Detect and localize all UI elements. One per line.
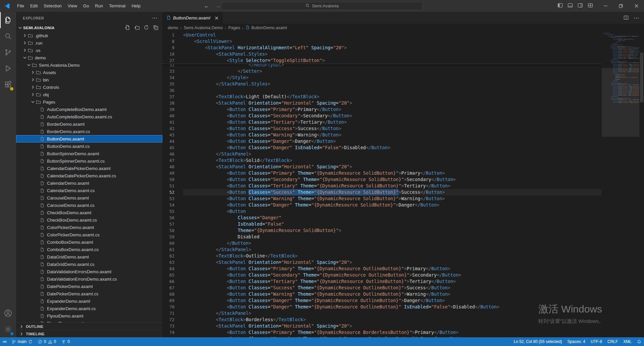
toggle-sidebar-icon[interactable] bbox=[557, 3, 563, 9]
code-line-62[interactable]: 62 <TextBlock>Outline</TextBlock> bbox=[162, 253, 602, 259]
forward-arrow-icon[interactable]: → bbox=[215, 3, 221, 9]
tree-item-obj[interactable]: obj bbox=[16, 91, 162, 98]
refresh-icon[interactable] bbox=[144, 25, 149, 31]
tree-item-AutoCompleteBoxDemo.axaml.cs[interactable]: AutoCompleteBoxDemo.axaml.cs bbox=[16, 113, 162, 120]
tree-item-ColorPickerDemo.axaml[interactable]: ColorPickerDemo.axaml bbox=[16, 224, 162, 231]
code-line-37[interactable]: 37 <TextBlock>Light (Default)</TextBlock… bbox=[162, 94, 602, 100]
code-line-73[interactable]: 73 <StackPanel Orientation="Horizontal" … bbox=[162, 323, 602, 329]
sticky-line-1[interactable]: 1<UserControl bbox=[162, 32, 602, 38]
sticky-line-27[interactable]: 27 <Style Selector="ToggleSplitButton"> bbox=[162, 57, 602, 64]
code-line-70[interactable]: 70 <Button Classes="Danger" Theme="{Dyna… bbox=[162, 304, 602, 310]
extensions-activity-icon[interactable] bbox=[0, 76, 16, 93]
code-line-45[interactable]: 45 <Button Classes="Danger" IsEnabled="F… bbox=[162, 145, 602, 151]
tree-item-CarouselDemo.axaml[interactable]: CarouselDemo.axaml bbox=[16, 194, 162, 201]
branch-indicator[interactable]: main bbox=[9, 337, 35, 346]
run-debug-activity-icon[interactable] bbox=[0, 60, 16, 76]
code-line-55[interactable]: 55 <Button bbox=[162, 208, 602, 215]
breadcrumb[interactable]: demo›Semi.Avalonia.Demo›Pages›ButtonDemo… bbox=[162, 24, 644, 32]
code-line-42[interactable]: 42 <Button Classes="Success">Success</Bu… bbox=[162, 125, 602, 132]
minimize-button[interactable] bbox=[598, 0, 613, 12]
code-line-38[interactable]: 38 <StackPanel Orientation="Horizontal" … bbox=[162, 100, 602, 106]
ports-indicator[interactable]: 0 bbox=[59, 337, 72, 346]
tree-item-ComboBoxDemo.axaml.cs[interactable]: ComboBoxDemo.axaml.cs bbox=[16, 246, 162, 253]
back-arrow-icon[interactable]: ← bbox=[204, 3, 209, 9]
tree-item-Semi.Avalonia.Demo[interactable]: Semi.Avalonia.Demo bbox=[16, 61, 162, 69]
toggle-panel-icon[interactable] bbox=[568, 3, 573, 9]
tree-item-.run[interactable]: .run bbox=[16, 39, 162, 47]
code-line-34[interactable]: 34 </Style> bbox=[162, 74, 602, 81]
code-line-59[interactable]: 59 Disabled bbox=[162, 234, 602, 240]
code-line-66[interactable]: 66 <Button Classes="Tertiary" Theme="{Dy… bbox=[162, 278, 602, 285]
tree-item-CalendarDatePickerDemo.axaml.cs[interactable]: CalendarDatePickerDemo.axaml.cs bbox=[16, 172, 162, 179]
code-line-53[interactable]: 53 <Button Classes="Warning" Theme="{Dyn… bbox=[162, 195, 602, 202]
code-line-43[interactable]: 43 <Button Classes="Warning">Warning</Bu… bbox=[162, 132, 602, 138]
tree-item-FlyoutDemo.axaml.cs[interactable]: FlyoutDemo.axaml.cs bbox=[16, 320, 162, 323]
notifications-bell-icon[interactable] bbox=[634, 337, 644, 346]
code-line-44[interactable]: 44 <Button Classes="Danger">Danger</Butt… bbox=[162, 138, 602, 145]
code-line-68[interactable]: 68 <Button Classes="Warning" Theme="{Dyn… bbox=[162, 291, 602, 297]
sticky-line-10[interactable]: 10 <StackPanel.Styles> bbox=[162, 51, 602, 57]
code-line-35[interactable]: 35 </StackPanel.Styles> bbox=[162, 81, 602, 87]
menu-help[interactable]: Help bbox=[128, 0, 144, 12]
code-line-39[interactable]: 39 <Button Classes="Primary">Primary</Bu… bbox=[162, 106, 602, 113]
code-line-33[interactable]: 33 </Setter> bbox=[162, 68, 602, 74]
tree-item-BorderDemo.axaml.cs[interactable]: BorderDemo.axaml.cs bbox=[16, 128, 162, 135]
tree-item-ButtonSpinnerDemo.axaml.cs[interactable]: ButtonSpinnerDemo.axaml.cs bbox=[16, 157, 162, 165]
code-line-65[interactable]: 65 <Button Classes="Secondary" Theme="{D… bbox=[162, 272, 602, 278]
breadcrumb-item[interactable]: demo bbox=[168, 25, 178, 30]
new-file-icon[interactable] bbox=[125, 25, 130, 31]
tree-item-.vs[interactable]: .vs bbox=[16, 47, 162, 54]
code-line-36[interactable]: 36 bbox=[162, 87, 602, 94]
code-line-60[interactable]: 60 </Button> bbox=[162, 240, 602, 246]
tree-item-bin[interactable]: bin bbox=[16, 76, 162, 83]
encoding-indicator[interactable]: UTF-8 bbox=[588, 337, 605, 346]
menu-go[interactable]: Go bbox=[80, 0, 92, 12]
account-icon[interactable] bbox=[0, 305, 16, 321]
tree-item-ColorPickerDemo.axaml.cs[interactable]: ColorPickerDemo.axaml.cs bbox=[16, 231, 162, 238]
tree-item-DataGridDemo.axaml.cs[interactable]: DataGridDemo.axaml.cs bbox=[16, 261, 162, 268]
minimap[interactable]: <UserControl <ScrollViewer> <StackPanel … bbox=[602, 32, 639, 337]
eol-indicator[interactable]: CRLF bbox=[605, 337, 621, 346]
code-line-72[interactable]: 72 <TextBlock>Borderless</TextBlock> bbox=[162, 316, 602, 323]
remote-indicator[interactable]: >< bbox=[0, 337, 9, 346]
toggle-secondary-sidebar-icon[interactable] bbox=[578, 3, 583, 9]
problems-indicator[interactable]: 0 0 bbox=[35, 337, 59, 346]
breadcrumb-item[interactable]: ButtonDemo.axaml bbox=[246, 25, 287, 31]
outline-section[interactable]: OUTLINE bbox=[16, 323, 162, 330]
command-center-search[interactable]: Semi.Avalonia bbox=[221, 2, 423, 10]
explorer-activity-icon[interactable] bbox=[0, 12, 16, 28]
explorer-root-section[interactable]: SEMI.AVALONIA bbox=[16, 24, 162, 32]
sticky-line-8[interactable]: 8 <ScrollViewer> bbox=[162, 38, 602, 45]
tree-item-FlyoutDemo.axaml[interactable]: FlyoutDemo.axaml bbox=[16, 312, 162, 320]
tree-item-ButtonDemo.axaml.cs[interactable]: ButtonDemo.axaml.cs bbox=[16, 142, 162, 150]
code-line-52[interactable]: 52 <Button Classes="Success" Theme="{Dyn… bbox=[162, 189, 602, 195]
scrollbar-thumb[interactable] bbox=[640, 53, 643, 102]
breadcrumb-item[interactable]: Pages bbox=[228, 25, 240, 30]
menu-view[interactable]: View bbox=[65, 0, 80, 12]
menu-selection[interactable]: Selection bbox=[41, 0, 64, 12]
code-line-51[interactable]: 51 <Button Classes="Tertiary" Theme="{Dy… bbox=[162, 183, 602, 189]
menu-terminal[interactable]: Terminal bbox=[106, 0, 128, 12]
tree-item-CalendarDatePickerDemo.axaml[interactable]: CalendarDatePickerDemo.axaml bbox=[16, 165, 162, 172]
tree-item-.github[interactable]: .github bbox=[16, 32, 162, 39]
search-activity-icon[interactable] bbox=[0, 28, 16, 44]
split-editor-icon[interactable] bbox=[624, 15, 629, 21]
code-line-47[interactable]: 47 <TextBlock>Solid</TextBlock> bbox=[162, 157, 602, 164]
settings-gear-icon[interactable] bbox=[0, 321, 16, 337]
code-line-48[interactable]: 48 <StackPanel Orientation="Horizontal" … bbox=[162, 164, 602, 170]
tree-item-DataValidationErrorsDemo.axaml.cs[interactable]: DataValidationErrorsDemo.axaml.cs bbox=[16, 275, 162, 283]
indentation-indicator[interactable]: Spaces: 4 bbox=[565, 337, 588, 346]
tree-item-DataGridDemo.axaml[interactable]: DataGridDemo.axaml bbox=[16, 253, 162, 261]
code-line-74[interactable]: 74 <Button Classes="Primary" Theme="{Dyn… bbox=[162, 329, 602, 336]
tree-item-Pages[interactable]: Pages bbox=[16, 98, 162, 106]
tree-item-ExpanderDemo.axaml[interactable]: ExpanderDemo.axaml bbox=[16, 297, 162, 305]
code-line-54[interactable]: 54 <Button Classes="Danger" Theme="{Dyna… bbox=[162, 202, 602, 208]
tab-close-icon[interactable]: × bbox=[215, 15, 219, 21]
tree-item-CarouselDemo.axaml.cs[interactable]: CarouselDemo.axaml.cs bbox=[16, 201, 162, 209]
restore-button[interactable] bbox=[613, 0, 629, 12]
language-indicator[interactable]: XML bbox=[621, 337, 634, 346]
code-editor[interactable]: 32 </MenuFlyout>33 </Setter>34 </Style>3… bbox=[162, 32, 602, 337]
tree-item-DataValidationErrorsDemo.axaml[interactable]: DataValidationErrorsDemo.axaml bbox=[16, 268, 162, 275]
tree-item-ButtonSpinnerDemo.axaml[interactable]: ButtonSpinnerDemo.axaml bbox=[16, 150, 162, 157]
tree-item-ExpanderDemo.axaml.cs[interactable]: ExpanderDemo.axaml.cs bbox=[16, 305, 162, 312]
